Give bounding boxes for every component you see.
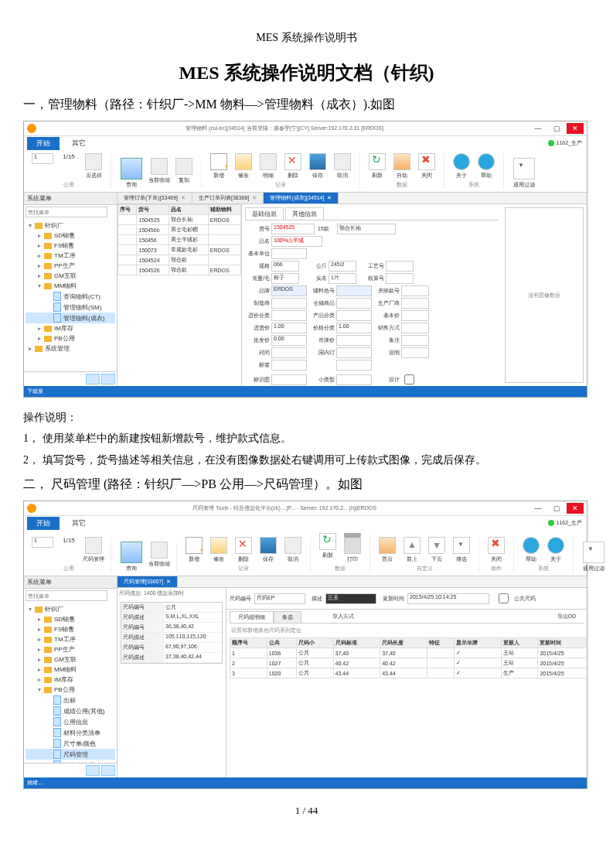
tree-item[interactable]: ▸PB公用 — [26, 333, 115, 343]
tab-close-icon[interactable]: ✕ — [327, 195, 332, 201]
table-row[interactable]: 1504526鄂合款ERDOS — [118, 265, 241, 275]
form-tab-basic[interactable]: 基础信息 — [245, 207, 284, 220]
tree-item[interactable]: ▾MM物料 — [26, 281, 115, 291]
tree-item[interactable]: 尺寸单/颜色 — [26, 738, 115, 749]
grid-header[interactable]: 尺码小 — [296, 638, 333, 648]
tab-start[interactable]: 开始 — [27, 517, 60, 530]
help-icon[interactable] — [478, 153, 495, 170]
table-row[interactable]: 150456b男士毛衫帽 — [118, 225, 241, 235]
tree-item[interactable]: ▸SD销售 — [26, 614, 115, 624]
refresh-icon[interactable] — [369, 153, 386, 170]
delete-icon[interactable] — [235, 537, 252, 554]
kv-row[interactable]: 尺码描述S,M,L,XL,XXL — [121, 613, 222, 623]
tab-other[interactable]: 其它 — [63, 517, 95, 530]
field-gy[interactable] — [386, 261, 414, 272]
tree-item[interactable]: 查询物料(CT) — [26, 291, 115, 302]
grid-header[interactable]: 更新时间 — [538, 638, 587, 648]
tree-item[interactable]: 管理物料(成衣) — [26, 313, 115, 323]
kv-row[interactable]: 尺码编号36,38,40,42 — [121, 623, 222, 633]
size-grid[interactable]: 顺序号公共尺码小尺码标准尺码长度特征显示吊牌更新人更新时间11036公共37,4… — [230, 637, 587, 678]
field-sd-check[interactable] — [404, 374, 414, 384]
refresh-icon[interactable] — [319, 533, 336, 550]
new-icon[interactable] — [210, 153, 227, 170]
tree-item[interactable]: 公用信息 — [26, 716, 115, 727]
field-maker[interactable] — [271, 298, 307, 309]
field-pix[interactable] — [271, 248, 307, 259]
kv-row[interactable]: 尺码编号87,90,97,106 — [121, 643, 222, 653]
tree-item[interactable]: 材料分类清单 — [26, 727, 115, 738]
tree-item[interactable]: ▸GM互联 — [26, 271, 115, 281]
subtab-4[interactable]: 导出OD — [550, 611, 584, 623]
edit-icon[interactable] — [235, 153, 252, 170]
undo-icon[interactable] — [334, 153, 351, 170]
close-button[interactable]: ✕ — [567, 503, 584, 514]
grid-header[interactable]: 货号 — [137, 205, 169, 215]
field-hf[interactable] — [271, 347, 307, 358]
about-icon[interactable] — [453, 153, 470, 170]
field-pin[interactable]: 鄂合长袖 — [337, 224, 396, 234]
table-row[interactable]: 31020公共43.4443.44✓生产2015/4/25 — [230, 668, 587, 678]
doc-tab[interactable]: 生产订单列表[38368]✕ — [192, 193, 264, 203]
tree-item[interactable]: ▸FS销售 — [26, 624, 115, 634]
field-sy[interactable]: 1片 — [329, 273, 356, 284]
field-sedl[interactable] — [336, 310, 372, 321]
field-xssj[interactable] — [401, 323, 429, 333]
sidebar-search-input[interactable] — [26, 590, 107, 601]
page-input[interactable]: 1 — [32, 153, 53, 164]
home-icon[interactable] — [379, 537, 396, 554]
help-icon[interactable] — [523, 537, 540, 554]
query-icon[interactable] — [121, 158, 142, 179]
grid-header[interactable]: 辅助物料 — [208, 205, 240, 215]
field-tdsj[interactable] — [336, 335, 372, 346]
collapse-icon[interactable] — [151, 158, 168, 175]
field-bc[interactable] — [271, 360, 307, 371]
tab-close-icon[interactable]: ✕ — [181, 195, 186, 201]
page-input[interactable]: 1 — [32, 537, 53, 548]
field-ht[interactable] — [336, 285, 372, 296]
tab-other[interactable]: 其它 — [63, 137, 95, 150]
page-up-icon[interactable] — [404, 537, 421, 554]
close-button[interactable]: ✕ — [567, 123, 584, 134]
filter-icon[interactable] — [453, 537, 470, 554]
undo-icon[interactable] — [284, 537, 301, 554]
quickfilter-icon[interactable] — [513, 158, 535, 179]
sidebar-footer-btn-2[interactable] — [101, 374, 115, 384]
field-name[interactable]: 100%山羊绒 — [271, 236, 322, 247]
minimize-button[interactable]: — — [530, 123, 547, 134]
save-icon[interactable] — [309, 153, 326, 170]
tree-item[interactable]: ▸SD销售 — [26, 231, 115, 241]
tree-item[interactable]: ▸FS销售 — [26, 241, 115, 251]
subtab-3[interactable]: 导入方式 — [325, 611, 362, 623]
page-down-icon[interactable] — [428, 537, 445, 554]
tree-item[interactable]: ▸TM工序 — [26, 634, 115, 644]
field-gg[interactable]: 245/2 — [329, 261, 356, 272]
doc-tab[interactable]: 尺码管理[33607]✕ — [117, 576, 178, 587]
delete-icon[interactable] — [284, 153, 301, 170]
field-gm[interactable] — [336, 347, 372, 358]
tab-close-icon[interactable]: ✕ — [252, 195, 257, 201]
grid-header[interactable]: 更新人 — [501, 638, 538, 648]
field-jxjg[interactable]: 1.00 — [271, 323, 307, 333]
save-icon[interactable] — [260, 537, 277, 554]
info-val-1[interactable]: 尺码EP — [254, 593, 305, 604]
field-hz[interactable] — [401, 285, 429, 296]
tree-item[interactable]: 尺码管理 — [26, 749, 115, 760]
minimize-button[interactable]: — — [530, 503, 547, 514]
tree-item[interactable]: ▸PP生产 — [26, 644, 115, 654]
field-hh[interactable] — [386, 273, 414, 284]
field-jbjg[interactable] — [401, 310, 429, 321]
table-row[interactable]: 11036公共37,4037,40✓主站2015/4/25 — [230, 648, 587, 658]
new-icon[interactable] — [186, 537, 203, 554]
grid-header[interactable]: 尺码标准 — [333, 638, 380, 648]
grid-header[interactable]: 顺序号 — [230, 638, 267, 648]
grid-header[interactable]: 品名 — [169, 205, 208, 215]
table-row[interactable]: 1504525鄂合长袖ERDOS — [118, 215, 241, 225]
kv-row[interactable]: 尺码编号公共 — [121, 603, 222, 613]
grid-header[interactable]: 显示吊牌 — [454, 638, 501, 648]
tree-item[interactable]: ▾针织厂 — [26, 220, 115, 231]
tree-item[interactable]: ▾针织厂 — [26, 604, 115, 614]
table-row[interactable]: 150456男士羊绒衫 — [118, 235, 241, 245]
query-icon[interactable] — [121, 542, 142, 563]
info-val-3[interactable]: 2015/4/25 10:14:25 — [407, 593, 489, 604]
sidebar-footer-btn-1[interactable] — [86, 374, 100, 384]
